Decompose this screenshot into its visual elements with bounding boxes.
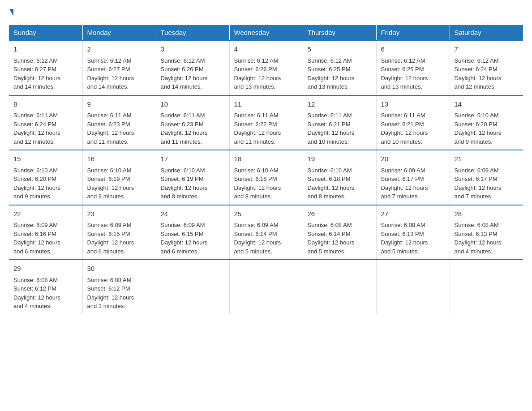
weekday-header-sunday: Sunday (9, 25, 82, 40)
day-info: Sunrise: 6:10 AMSunset: 6:19 PMDaylight:… (161, 167, 208, 200)
calendar-cell (303, 260, 376, 314)
calendar-cell: 18Sunrise: 6:10 AMSunset: 6:18 PMDayligh… (229, 150, 303, 205)
calendar-cell: 2Sunrise: 6:12 AMSunset: 6:27 PMDaylight… (82, 40, 156, 95)
calendar-week-row: 29Sunrise: 6:08 AMSunset: 6:12 PMDayligh… (9, 260, 523, 314)
day-info: Sunrise: 6:10 AMSunset: 6:19 PMDaylight:… (87, 167, 134, 200)
calendar-week-row: 1Sunrise: 6:12 AMSunset: 6:27 PMDaylight… (9, 40, 523, 95)
day-number: 15 (13, 154, 78, 164)
day-number: 1 (13, 44, 78, 55)
day-info: Sunrise: 6:09 AMSunset: 6:15 PMDaylight:… (161, 222, 208, 255)
day-info: Sunrise: 6:08 AMSunset: 6:12 PMDaylight:… (87, 277, 134, 310)
calendar-cell (376, 260, 450, 314)
day-number: 2 (87, 44, 151, 55)
calendar-table: SundayMondayTuesdayWednesdayThursdayFrid… (9, 25, 523, 314)
logo-triangle-icon (9, 9, 13, 16)
day-number: 4 (234, 44, 298, 55)
calendar-cell (156, 260, 229, 314)
day-number: 18 (234, 154, 298, 164)
calendar-header-row: SundayMondayTuesdayWednesdayThursdayFrid… (9, 25, 523, 40)
weekday-header-thursday: Thursday (303, 25, 376, 40)
day-number: 17 (161, 154, 225, 164)
day-number: 9 (87, 99, 151, 110)
day-info: Sunrise: 6:12 AMSunset: 6:24 PMDaylight:… (455, 57, 502, 90)
day-number: 8 (13, 99, 78, 110)
calendar-cell: 14Sunrise: 6:10 AMSunset: 6:20 PMDayligh… (450, 95, 523, 150)
day-info: Sunrise: 6:09 AMSunset: 6:17 PMDaylight:… (455, 167, 502, 200)
calendar-cell (450, 260, 523, 314)
day-number: 25 (234, 209, 298, 219)
calendar-cell: 3Sunrise: 6:12 AMSunset: 6:26 PMDaylight… (156, 40, 229, 95)
calendar-cell: 15Sunrise: 6:10 AMSunset: 6:20 PMDayligh… (9, 150, 82, 205)
day-info: Sunrise: 6:09 AMSunset: 6:17 PMDaylight:… (381, 167, 428, 200)
day-info: Sunrise: 6:12 AMSunset: 6:27 PMDaylight:… (87, 57, 134, 90)
day-info: Sunrise: 6:11 AMSunset: 6:22 PMDaylight:… (234, 112, 281, 145)
day-number: 19 (308, 154, 372, 164)
calendar-cell: 16Sunrise: 6:10 AMSunset: 6:19 PMDayligh… (82, 150, 156, 205)
calendar-week-row: 8Sunrise: 6:11 AMSunset: 6:24 PMDaylight… (9, 95, 523, 150)
weekday-header-tuesday: Tuesday (156, 25, 229, 40)
day-number: 28 (455, 209, 519, 219)
day-info: Sunrise: 6:08 AMSunset: 6:14 PMDaylight:… (308, 222, 355, 255)
day-info: Sunrise: 6:08 AMSunset: 6:12 PMDaylight:… (13, 277, 60, 310)
day-number: 11 (234, 99, 298, 110)
day-info: Sunrise: 6:08 AMSunset: 6:13 PMDaylight:… (455, 222, 502, 255)
calendar-week-row: 22Sunrise: 6:09 AMSunset: 6:16 PMDayligh… (9, 205, 523, 260)
day-number: 7 (455, 44, 519, 55)
calendar-cell: 28Sunrise: 6:08 AMSunset: 6:13 PMDayligh… (450, 205, 523, 260)
calendar-cell: 29Sunrise: 6:08 AMSunset: 6:12 PMDayligh… (9, 260, 82, 314)
calendar-cell: 12Sunrise: 6:11 AMSunset: 6:21 PMDayligh… (303, 95, 376, 150)
calendar-cell: 8Sunrise: 6:11 AMSunset: 6:24 PMDaylight… (9, 95, 82, 150)
calendar-cell: 6Sunrise: 6:12 AMSunset: 6:25 PMDaylight… (376, 40, 450, 95)
calendar-cell: 22Sunrise: 6:09 AMSunset: 6:16 PMDayligh… (9, 205, 82, 260)
calendar-cell: 11Sunrise: 6:11 AMSunset: 6:22 PMDayligh… (229, 95, 303, 150)
calendar-cell: 1Sunrise: 6:12 AMSunset: 6:27 PMDaylight… (9, 40, 82, 95)
calendar-cell: 7Sunrise: 6:12 AMSunset: 6:24 PMDaylight… (450, 40, 523, 95)
day-info: Sunrise: 6:11 AMSunset: 6:23 PMDaylight:… (161, 112, 208, 145)
day-number: 23 (87, 209, 151, 219)
day-number: 10 (161, 99, 225, 110)
day-number: 16 (87, 154, 151, 164)
calendar-cell: 27Sunrise: 6:08 AMSunset: 6:13 PMDayligh… (376, 205, 450, 260)
day-number: 14 (455, 99, 519, 110)
calendar-cell: 9Sunrise: 6:11 AMSunset: 6:23 PMDaylight… (82, 95, 156, 150)
day-info: Sunrise: 6:09 AMSunset: 6:16 PMDaylight:… (13, 222, 60, 255)
calendar-cell: 5Sunrise: 6:12 AMSunset: 6:25 PMDaylight… (303, 40, 376, 95)
calendar-week-row: 15Sunrise: 6:10 AMSunset: 6:20 PMDayligh… (9, 150, 523, 205)
day-info: Sunrise: 6:12 AMSunset: 6:25 PMDaylight:… (381, 57, 428, 90)
calendar-cell: 20Sunrise: 6:09 AMSunset: 6:17 PMDayligh… (376, 150, 450, 205)
calendar-cell: 10Sunrise: 6:11 AMSunset: 6:23 PMDayligh… (156, 95, 229, 150)
calendar-cell: 30Sunrise: 6:08 AMSunset: 6:12 PMDayligh… (82, 260, 156, 314)
day-info: Sunrise: 6:10 AMSunset: 6:20 PMDaylight:… (13, 167, 60, 200)
day-info: Sunrise: 6:10 AMSunset: 6:20 PMDaylight:… (455, 112, 502, 145)
day-info: Sunrise: 6:08 AMSunset: 6:13 PMDaylight:… (381, 222, 428, 255)
day-number: 3 (161, 44, 225, 55)
day-number: 29 (13, 264, 78, 274)
calendar-cell: 13Sunrise: 6:11 AMSunset: 6:21 PMDayligh… (376, 95, 450, 150)
day-number: 24 (161, 209, 225, 219)
day-number: 5 (308, 44, 372, 55)
day-info: Sunrise: 6:12 AMSunset: 6:26 PMDaylight:… (161, 57, 208, 90)
day-number: 13 (381, 99, 445, 110)
calendar-cell: 25Sunrise: 6:09 AMSunset: 6:14 PMDayligh… (229, 205, 303, 260)
day-number: 22 (13, 209, 78, 219)
day-info: Sunrise: 6:09 AMSunset: 6:15 PMDaylight:… (87, 222, 134, 255)
weekday-header-saturday: Saturday (450, 25, 523, 40)
day-number: 6 (381, 44, 445, 55)
day-number: 20 (381, 154, 445, 164)
calendar-cell: 26Sunrise: 6:08 AMSunset: 6:14 PMDayligh… (303, 205, 376, 260)
day-info: Sunrise: 6:12 AMSunset: 6:26 PMDaylight:… (234, 57, 281, 90)
day-number: 27 (381, 209, 445, 219)
day-info: Sunrise: 6:12 AMSunset: 6:27 PMDaylight:… (13, 57, 60, 90)
day-number: 12 (308, 99, 372, 110)
day-info: Sunrise: 6:10 AMSunset: 6:18 PMDaylight:… (234, 167, 281, 200)
weekday-header-friday: Friday (376, 25, 450, 40)
page-header (9, 9, 523, 16)
day-info: Sunrise: 6:11 AMSunset: 6:21 PMDaylight:… (308, 112, 355, 145)
day-info: Sunrise: 6:11 AMSunset: 6:23 PMDaylight:… (87, 112, 134, 145)
weekday-header-monday: Monday (82, 25, 156, 40)
day-info: Sunrise: 6:11 AMSunset: 6:21 PMDaylight:… (381, 112, 428, 145)
calendar-cell: 17Sunrise: 6:10 AMSunset: 6:19 PMDayligh… (156, 150, 229, 205)
calendar-cell: 23Sunrise: 6:09 AMSunset: 6:15 PMDayligh… (82, 205, 156, 260)
day-number: 30 (87, 264, 151, 274)
calendar-cell: 19Sunrise: 6:10 AMSunset: 6:18 PMDayligh… (303, 150, 376, 205)
